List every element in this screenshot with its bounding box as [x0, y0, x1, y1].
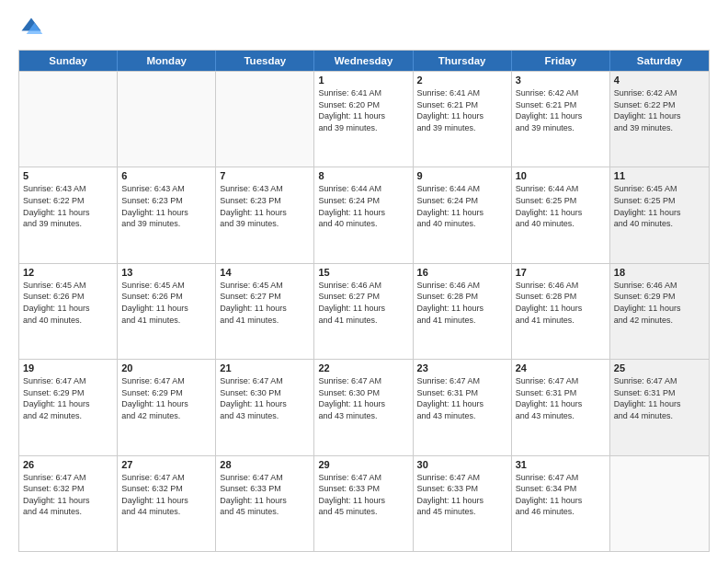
- day-info: Sunrise: 6:47 AMSunset: 6:32 PMDaylight:…: [23, 472, 113, 518]
- day-info: Sunrise: 6:45 AMSunset: 6:27 PMDaylight:…: [220, 280, 310, 326]
- page: SundayMondayTuesdayWednesdayThursdayFrid…: [0, 0, 728, 563]
- day-cell-26: 26Sunrise: 6:47 AMSunset: 6:32 PMDayligh…: [19, 456, 118, 551]
- day-info: Sunrise: 6:46 AMSunset: 6:28 PMDaylight:…: [417, 280, 507, 326]
- day-cell-19: 19Sunrise: 6:47 AMSunset: 6:29 PMDayligh…: [19, 360, 118, 454]
- day-info: Sunrise: 6:47 AMSunset: 6:31 PMDaylight:…: [614, 375, 705, 421]
- day-cell-27: 27Sunrise: 6:47 AMSunset: 6:32 PMDayligh…: [118, 456, 216, 551]
- day-number: 26: [23, 459, 113, 470]
- day-number: 11: [614, 170, 705, 181]
- day-cell-16: 16Sunrise: 6:46 AMSunset: 6:28 PMDayligh…: [414, 264, 512, 359]
- week-row-1: 5Sunrise: 6:43 AMSunset: 6:22 PMDaylight…: [19, 167, 709, 262]
- day-info: Sunrise: 6:47 AMSunset: 6:31 PMDaylight:…: [417, 375, 507, 421]
- logo-icon: [18, 15, 44, 40]
- day-cell-3: 3Sunrise: 6:42 AMSunset: 6:21 PMDaylight…: [512, 72, 610, 167]
- day-number: 31: [516, 459, 606, 470]
- day-number: 20: [121, 362, 211, 373]
- header-day-saturday: Saturday: [610, 51, 709, 71]
- day-number: 2: [417, 75, 507, 86]
- day-cell-11: 11Sunrise: 6:45 AMSunset: 6:25 PMDayligh…: [610, 167, 709, 262]
- day-cell-4: 4Sunrise: 6:42 AMSunset: 6:22 PMDaylight…: [610, 72, 709, 167]
- day-cell-10: 10Sunrise: 6:44 AMSunset: 6:25 PMDayligh…: [512, 167, 610, 262]
- day-cell-23: 23Sunrise: 6:47 AMSunset: 6:31 PMDayligh…: [414, 360, 512, 454]
- day-number: 12: [23, 267, 113, 278]
- calendar-header: SundayMondayTuesdayWednesdayThursdayFrid…: [19, 51, 709, 71]
- day-number: 1: [318, 75, 408, 86]
- day-number: 17: [516, 267, 606, 278]
- empty-cell-0-0: [19, 72, 118, 167]
- day-number: 23: [417, 362, 507, 373]
- day-number: 4: [614, 75, 705, 86]
- day-cell-18: 18Sunrise: 6:46 AMSunset: 6:29 PMDayligh…: [610, 264, 709, 359]
- day-cell-21: 21Sunrise: 6:47 AMSunset: 6:30 PMDayligh…: [216, 360, 314, 454]
- day-cell-20: 20Sunrise: 6:47 AMSunset: 6:29 PMDayligh…: [118, 360, 216, 454]
- day-number: 22: [318, 362, 408, 373]
- day-info: Sunrise: 6:41 AMSunset: 6:21 PMDaylight:…: [417, 87, 507, 133]
- day-info: Sunrise: 6:47 AMSunset: 6:29 PMDaylight:…: [121, 375, 211, 421]
- day-number: 28: [220, 459, 310, 470]
- day-cell-1: 1Sunrise: 6:41 AMSunset: 6:20 PMDaylight…: [314, 72, 413, 167]
- header: [18, 15, 710, 40]
- week-row-3: 19Sunrise: 6:47 AMSunset: 6:29 PMDayligh…: [19, 359, 709, 454]
- day-number: 30: [417, 459, 507, 470]
- day-number: 19: [23, 362, 113, 373]
- day-number: 29: [318, 459, 408, 470]
- logo: [18, 15, 48, 40]
- day-info: Sunrise: 6:42 AMSunset: 6:21 PMDaylight:…: [516, 87, 606, 133]
- day-number: 18: [614, 267, 705, 278]
- day-cell-17: 17Sunrise: 6:46 AMSunset: 6:28 PMDayligh…: [512, 264, 610, 359]
- day-info: Sunrise: 6:47 AMSunset: 6:32 PMDaylight:…: [121, 472, 211, 518]
- day-number: 8: [318, 170, 408, 181]
- day-info: Sunrise: 6:44 AMSunset: 6:24 PMDaylight:…: [318, 183, 408, 229]
- empty-cell-0-2: [216, 72, 314, 167]
- header-day-tuesday: Tuesday: [216, 51, 314, 71]
- day-number: 16: [417, 267, 507, 278]
- day-number: 6: [121, 170, 211, 181]
- week-row-2: 12Sunrise: 6:45 AMSunset: 6:26 PMDayligh…: [19, 263, 709, 359]
- week-row-0: 1Sunrise: 6:41 AMSunset: 6:20 PMDaylight…: [19, 71, 709, 167]
- day-number: 15: [318, 267, 408, 278]
- day-cell-24: 24Sunrise: 6:47 AMSunset: 6:31 PMDayligh…: [512, 360, 610, 454]
- calendar: SundayMondayTuesdayWednesdayThursdayFrid…: [18, 50, 710, 552]
- day-info: Sunrise: 6:47 AMSunset: 6:33 PMDaylight:…: [220, 472, 310, 518]
- day-info: Sunrise: 6:47 AMSunset: 6:30 PMDaylight:…: [220, 375, 310, 421]
- empty-cell-0-1: [118, 72, 216, 167]
- header-day-friday: Friday: [512, 51, 610, 71]
- day-cell-2: 2Sunrise: 6:41 AMSunset: 6:21 PMDaylight…: [414, 72, 512, 167]
- day-number: 3: [516, 75, 606, 86]
- empty-cell-4-6: [610, 456, 709, 551]
- day-number: 27: [121, 459, 211, 470]
- day-info: Sunrise: 6:41 AMSunset: 6:20 PMDaylight:…: [318, 87, 408, 133]
- day-number: 7: [220, 170, 310, 181]
- day-info: Sunrise: 6:47 AMSunset: 6:34 PMDaylight:…: [516, 472, 606, 518]
- day-info: Sunrise: 6:43 AMSunset: 6:23 PMDaylight:…: [121, 183, 211, 229]
- day-number: 10: [516, 170, 606, 181]
- day-info: Sunrise: 6:46 AMSunset: 6:28 PMDaylight:…: [516, 280, 606, 326]
- day-cell-13: 13Sunrise: 6:45 AMSunset: 6:26 PMDayligh…: [118, 264, 216, 359]
- day-info: Sunrise: 6:44 AMSunset: 6:24 PMDaylight:…: [417, 183, 507, 229]
- day-cell-6: 6Sunrise: 6:43 AMSunset: 6:23 PMDaylight…: [118, 167, 216, 262]
- header-day-sunday: Sunday: [19, 51, 118, 71]
- day-number: 14: [220, 267, 310, 278]
- day-info: Sunrise: 6:44 AMSunset: 6:25 PMDaylight:…: [516, 183, 606, 229]
- day-cell-29: 29Sunrise: 6:47 AMSunset: 6:33 PMDayligh…: [314, 456, 413, 551]
- day-info: Sunrise: 6:45 AMSunset: 6:26 PMDaylight:…: [23, 280, 113, 326]
- day-info: Sunrise: 6:47 AMSunset: 6:29 PMDaylight:…: [23, 375, 113, 421]
- day-info: Sunrise: 6:46 AMSunset: 6:29 PMDaylight:…: [614, 280, 705, 326]
- day-cell-9: 9Sunrise: 6:44 AMSunset: 6:24 PMDaylight…: [414, 167, 512, 262]
- day-cell-22: 22Sunrise: 6:47 AMSunset: 6:30 PMDayligh…: [314, 360, 413, 454]
- day-info: Sunrise: 6:47 AMSunset: 6:31 PMDaylight:…: [516, 375, 606, 421]
- day-cell-15: 15Sunrise: 6:46 AMSunset: 6:27 PMDayligh…: [314, 264, 413, 359]
- day-cell-30: 30Sunrise: 6:47 AMSunset: 6:33 PMDayligh…: [414, 456, 512, 551]
- day-cell-28: 28Sunrise: 6:47 AMSunset: 6:33 PMDayligh…: [216, 456, 314, 551]
- header-day-thursday: Thursday: [414, 51, 512, 71]
- day-info: Sunrise: 6:43 AMSunset: 6:23 PMDaylight:…: [220, 183, 310, 229]
- day-cell-5: 5Sunrise: 6:43 AMSunset: 6:22 PMDaylight…: [19, 167, 118, 262]
- week-row-4: 26Sunrise: 6:47 AMSunset: 6:32 PMDayligh…: [19, 455, 709, 551]
- day-number: 24: [516, 362, 606, 373]
- day-info: Sunrise: 6:45 AMSunset: 6:26 PMDaylight:…: [121, 280, 211, 326]
- day-number: 9: [417, 170, 507, 181]
- day-cell-14: 14Sunrise: 6:45 AMSunset: 6:27 PMDayligh…: [216, 264, 314, 359]
- header-day-monday: Monday: [118, 51, 216, 71]
- day-number: 21: [220, 362, 310, 373]
- day-info: Sunrise: 6:47 AMSunset: 6:33 PMDaylight:…: [417, 472, 507, 518]
